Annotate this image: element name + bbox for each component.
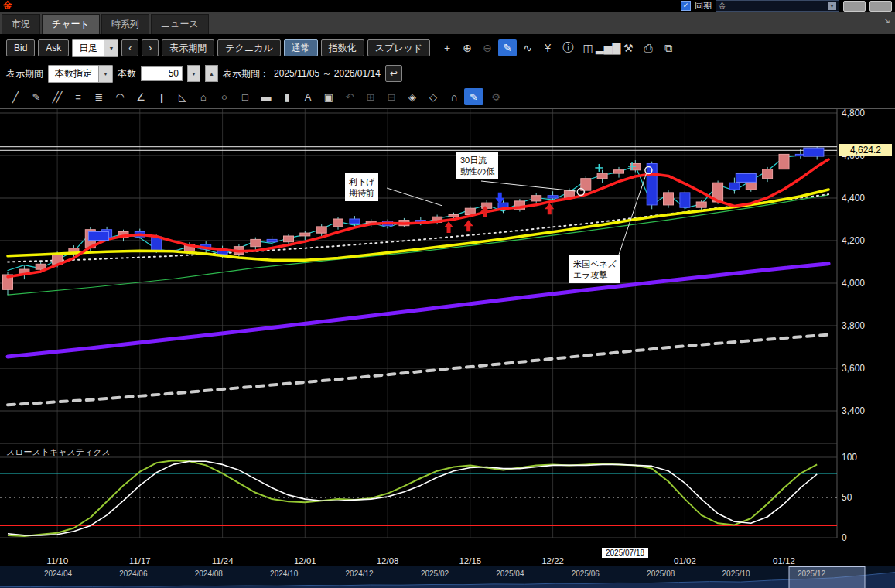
last-price-tag: 4,624.2	[839, 144, 892, 156]
icon-stamp-tool[interactable]: ▣	[318, 88, 337, 105]
navigator-date-label: 2024/06	[119, 569, 148, 578]
zoom-out-icon[interactable]: ⊖	[478, 39, 497, 56]
wave-icon[interactable]: ∿	[518, 39, 537, 56]
triangle-tool[interactable]: ◺	[172, 88, 191, 105]
print-icon[interactable]: ⎙	[639, 39, 658, 56]
navigator-date-label: 2025/04	[496, 569, 524, 578]
draw-pencil-icon[interactable]: ✎	[498, 39, 517, 56]
draw-settings-tool[interactable]: ⚙	[485, 88, 504, 105]
count-mode-value: 本数指定	[49, 67, 98, 80]
svg-text:0: 0	[842, 532, 847, 543]
svg-text:12/01: 12/01	[294, 556, 316, 566]
timeframe-value: 日足	[73, 42, 104, 55]
parallel-lines-tool[interactable]: ╱╱	[46, 88, 66, 105]
navigator-date-label: 2025/12	[798, 569, 826, 578]
eraser-tool[interactable]: ◈	[401, 88, 421, 105]
diamond-tool[interactable]: ◇	[422, 88, 442, 105]
prev-button[interactable]: ‹	[121, 39, 138, 56]
topbar: 金 ✓ 同期 金 ▼	[0, 0, 895, 12]
timeframe-select[interactable]: 日足 ▼	[72, 39, 118, 57]
add-icon[interactable]: +	[438, 39, 456, 56]
save-tool[interactable]: ⊟	[381, 88, 400, 105]
sync-label: 同期	[695, 0, 712, 12]
symbol-select[interactable]: 金 ▼	[716, 0, 839, 12]
candle-chart-icon[interactable]: ◫	[579, 39, 597, 56]
area-chart-icon[interactable]: ▂▅▇	[599, 39, 617, 56]
tab-chart[interactable]: チャート	[42, 14, 100, 34]
ma-yellow	[8, 190, 828, 260]
chevron-down-icon: ▼	[828, 2, 836, 10]
annotation-leader-line	[387, 188, 442, 206]
navigator-date-label: 2024/10	[270, 569, 299, 578]
copy-tool[interactable]: ⊞	[360, 88, 379, 105]
tab-news[interactable]: ニュース	[151, 14, 209, 34]
svg-text:01/02: 01/02	[674, 556, 696, 566]
count-mode-select[interactable]: 本数指定 ▼	[48, 65, 113, 83]
blue-box-marker	[736, 173, 756, 182]
popout-icon[interactable]: ⧉	[659, 39, 678, 56]
range-value: 2025/11/05 ～ 2026/01/14	[274, 67, 381, 80]
grid: 11/1011/1711/2412/0112/0812/1512/2201/02…	[0, 108, 895, 566]
display-period-button[interactable]: 表示期間	[162, 39, 214, 56]
count-spin-down[interactable]: ▼	[187, 65, 200, 82]
ellipse-tool[interactable]: ○	[214, 88, 233, 105]
reset-period-button[interactable]: ↩	[385, 65, 402, 82]
count-input[interactable]	[141, 66, 183, 81]
magnet-tool[interactable]: ∩	[443, 88, 463, 105]
price-chart[interactable]: 11/1011/1711/2412/0112/0812/1512/2201/02…	[0, 108, 895, 566]
annotation-liquidity[interactable]: 30日流 動性の低	[456, 152, 498, 179]
expand-icon[interactable]: ↘	[883, 15, 890, 26]
rectangle-tool[interactable]: □	[234, 88, 254, 105]
trendline-tool[interactable]: ╱	[5, 88, 24, 105]
svg-text:12/22: 12/22	[541, 556, 564, 566]
annotation-leader-line	[481, 181, 576, 191]
annotation-rate-cut[interactable]: 利下げ 期待前	[345, 173, 378, 201]
svg-text:50: 50	[842, 492, 852, 503]
range-navigator-chart[interactable]: 2024/042024/062024/082024/102024/122025/…	[0, 566, 895, 588]
tab-market[interactable]: 市況	[2, 14, 40, 34]
zoom-in-icon[interactable]: ⊕	[458, 39, 477, 56]
vertical-lines-tool[interactable]: |||	[151, 88, 170, 105]
navigator-date-label: 2025/10	[722, 569, 751, 578]
blue-box-marker	[804, 148, 824, 156]
horizontal-bar-tool[interactable]: ▬	[255, 88, 275, 105]
sync-checkbox[interactable]: ✓	[681, 1, 691, 11]
undo-tool[interactable]: ↶	[339, 88, 358, 105]
lock-draw-tool[interactable]: ✎	[464, 88, 483, 105]
symbol-select-value: 金	[719, 1, 726, 12]
svg-text:4,000: 4,000	[842, 278, 865, 289]
ask-button[interactable]: Ask	[38, 39, 69, 56]
up-arrow-marker	[444, 221, 453, 233]
indexed-button[interactable]: 指数化	[321, 39, 364, 56]
technical-button[interactable]: テクニカル	[217, 39, 280, 56]
annotation-venezuela[interactable]: 米国ベネズ エラ攻撃	[569, 255, 620, 283]
drawing-toolbar: ╱✎╱╱≡≣◠∠|||◺⌂○□▬▮A▣↶⊞⊟◈◇∩✎⚙	[0, 85, 895, 108]
normal-mode-button[interactable]: 通常	[284, 39, 318, 56]
topbar-button-1[interactable]	[843, 1, 866, 12]
svg-text:11/10: 11/10	[46, 556, 68, 566]
spread-button[interactable]: スプレッド	[367, 39, 430, 56]
count-spin-up[interactable]: ▲	[205, 65, 218, 82]
freehand-tool[interactable]: ✎	[26, 88, 45, 105]
grid-lines-tool[interactable]: ≣	[88, 88, 108, 105]
topbar-button-2[interactable]	[869, 1, 892, 12]
bid-button[interactable]: Bid	[6, 39, 35, 56]
navigator-date-label: 2025/06	[572, 569, 600, 578]
svg-text:11/17: 11/17	[129, 556, 151, 566]
ma-purple	[8, 264, 828, 357]
text-tool[interactable]: A	[297, 88, 316, 105]
next-button[interactable]: ›	[142, 39, 159, 56]
angle-tool[interactable]: ∠	[130, 88, 149, 105]
vertical-bar-tool[interactable]: ▮	[276, 88, 295, 105]
wrench-icon[interactable]: ⚒	[619, 39, 637, 56]
horizontal-lines-tool[interactable]: ≡	[67, 88, 87, 105]
polygon-tool[interactable]: ⌂	[193, 88, 212, 105]
range-navigator[interactable]: 2024/042024/062024/082024/102024/122025/…	[0, 566, 895, 588]
tab-timeseries[interactable]: 時系列	[101, 14, 149, 34]
arc-tool[interactable]: ◠	[109, 88, 128, 105]
yen-icon[interactable]: ¥	[538, 39, 557, 56]
navigator-date-label: 2024/08	[195, 569, 224, 578]
candles[interactable]	[3, 147, 822, 296]
svg-text:3,600: 3,600	[842, 363, 865, 374]
info-icon[interactable]: ⓘ	[559, 39, 577, 56]
